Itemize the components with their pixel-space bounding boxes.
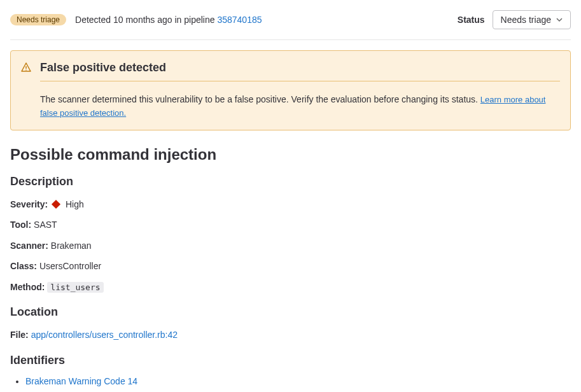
alert-title: False positive detected: [40, 61, 560, 81]
list-item: Brakeman Warning Code 14: [25, 376, 571, 386]
identifier-link[interactable]: Brakeman Warning Code 14: [25, 376, 137, 386]
scanner-row: Scanner: Brakeman: [10, 239, 571, 253]
method-row: Method: list_users: [10, 280, 571, 295]
file-label: File:: [10, 330, 29, 340]
scanner-label: Scanner:: [10, 241, 48, 251]
detected-prefix: Detected 10 months ago in pipeline: [75, 15, 217, 25]
alert-body: The scanner determined this vulnerabilit…: [40, 93, 560, 120]
false-positive-alert: False positive detected The scanner dete…: [10, 50, 571, 130]
severity-row: Severity: High: [10, 197, 571, 211]
chevron-down-icon: [556, 17, 563, 23]
class-row: Class: UsersController: [10, 259, 571, 273]
vulnerability-title: Possible command injection: [10, 146, 571, 164]
location-heading: Location: [10, 305, 571, 319]
method-label: Method:: [10, 282, 45, 292]
triage-badge: Needs triage: [10, 14, 66, 25]
tool-label: Tool:: [10, 220, 31, 230]
status-dropdown[interactable]: Needs triage: [493, 10, 571, 29]
header-right: Status Needs triage: [458, 10, 571, 29]
class-label: Class:: [10, 261, 37, 271]
identifiers-list: Brakeman Warning Code 14: [10, 376, 571, 386]
method-value: list_users: [47, 282, 103, 293]
alert-body-text: The scanner determined this vulnerabilit…: [40, 94, 480, 104]
alert-content: False positive detected The scanner dete…: [40, 61, 560, 120]
status-label: Status: [458, 15, 485, 25]
svg-point-1: [25, 69, 27, 71]
tool-value: SAST: [34, 220, 57, 230]
severity-high-icon: [52, 200, 60, 209]
scanner-value: Brakeman: [51, 241, 92, 251]
file-link[interactable]: app/controllers/users_controller.rb:42: [31, 330, 178, 340]
warning-icon: [21, 62, 31, 120]
dropdown-label: Needs triage: [501, 15, 551, 25]
tool-row: Tool: SAST: [10, 218, 571, 232]
severity-label: Severity:: [10, 199, 48, 209]
description-heading: Description: [10, 175, 571, 188]
class-value: UsersController: [39, 261, 101, 271]
header-left: Needs triage Detected 10 months ago in p…: [10, 14, 262, 25]
detected-text: Detected 10 months ago in pipeline 35874…: [75, 15, 262, 25]
severity-value: High: [66, 199, 84, 209]
file-row: File: app/controllers/users_controller.r…: [10, 328, 571, 342]
identifiers-heading: Identifiers: [10, 354, 571, 367]
pipeline-link[interactable]: 358740185: [217, 15, 262, 25]
header-bar: Needs triage Detected 10 months ago in p…: [10, 10, 571, 40]
